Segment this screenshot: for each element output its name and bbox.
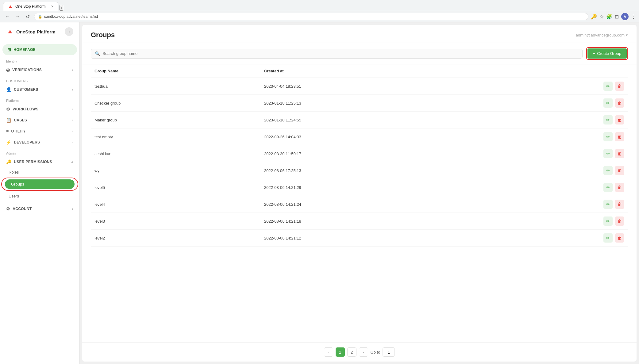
cases-icon: 📋 [6, 118, 11, 123]
sidebar-item-account[interactable]: ⚙ ACCOUNT › [0, 203, 79, 214]
groups-label: Groups [11, 182, 24, 186]
key-icon: 🔑 [591, 14, 597, 20]
sidebar-item-label: CUSTOMERS [14, 87, 38, 92]
app-container: 🔺 OneStop Platform ‹ ⊞ HOMEPAGE Identity… [0, 22, 639, 364]
section-admin: Admin [0, 148, 79, 156]
delete-button[interactable]: 🗑 [615, 200, 624, 209]
sidebar-item-developers[interactable]: ⚡ DEVELOPERS › [0, 137, 79, 148]
created-at-cell: 2022-09-26 14:04:03 [260, 128, 485, 145]
sidebar-item-workflows[interactable]: ⚙ WORKFLOWS › [0, 104, 79, 115]
sidebar-item-cases[interactable]: 📋 CASES › [0, 115, 79, 126]
table-row: level5 2022-08-06 14:21:29 ✏ 🗑 [91, 179, 628, 196]
create-btn-label: Create Group [597, 51, 621, 56]
browser-tab[interactable]: 🔺 One Stop Platform ✕ [3, 2, 58, 11]
table-row: test empty 2022-09-26 14:04:03 ✏ 🗑 [91, 128, 628, 145]
main-content: Groups admin@advancegroup.com ▾ 🔍 + Crea… [82, 25, 637, 362]
edit-button[interactable]: ✏ [603, 115, 613, 125]
tab-close-button[interactable]: ✕ [51, 5, 54, 9]
sidebar-item-label: ACCOUNT [13, 207, 32, 211]
lock-icon: 🔒 [38, 15, 42, 19]
actions-cell: ✏ 🗑 [485, 196, 628, 213]
group-name-cell: Maker group [91, 112, 260, 128]
back-button[interactable]: ← [3, 13, 12, 20]
users-label: Users [9, 194, 19, 198]
actions-cell: ✏ 🗑 [485, 179, 628, 196]
goto-input[interactable] [383, 347, 395, 357]
sidebar-collapse-button[interactable]: ‹ [65, 27, 73, 36]
edit-button[interactable]: ✏ [603, 132, 613, 141]
delete-button[interactable]: 🗑 [615, 115, 624, 125]
sidebar-item-verifications[interactable]: ◎ VERIFICATIONS › [0, 64, 79, 75]
sidebar-item-roles[interactable]: Roles [0, 167, 79, 177]
sidebar-item-groups[interactable]: Groups [5, 179, 75, 189]
sidebar-item-homepage[interactable]: ⊞ HOMEPAGE [2, 44, 77, 55]
edit-button[interactable]: ✏ [603, 82, 613, 91]
edit-button[interactable]: ✏ [603, 200, 613, 209]
page-2-button[interactable]: 2 [347, 347, 356, 357]
pagination: ‹ 1 2 › Go to [82, 342, 637, 362]
actions-cell: ✏ 🗑 [485, 145, 628, 162]
dropdown-icon: ▾ [626, 33, 628, 37]
chevron-right-icon: › [72, 140, 73, 144]
actions-cell: ✏ 🗑 [485, 95, 628, 112]
plus-icon: + [593, 51, 595, 56]
tab-favicon: 🔺 [8, 4, 13, 9]
edit-button[interactable]: ✏ [603, 233, 613, 243]
delete-button[interactable]: 🗑 [615, 132, 624, 141]
edit-button[interactable]: ✏ [603, 183, 613, 192]
menu-dots[interactable]: ⋮ [631, 14, 636, 20]
bookmark-icon[interactable]: ☆ [599, 14, 604, 20]
table-row: level4 2022-08-06 14:21:24 ✏ 🗑 [91, 196, 628, 213]
extension-icon[interactable]: 🧩 [606, 14, 612, 20]
new-tab-button[interactable]: + [60, 5, 63, 11]
delete-button[interactable]: 🗑 [615, 82, 624, 91]
edit-button[interactable]: ✏ [603, 98, 613, 108]
search-input[interactable] [102, 51, 579, 56]
next-page-button[interactable]: › [359, 347, 368, 357]
delete-button[interactable]: 🗑 [615, 233, 624, 243]
delete-button[interactable]: 🗑 [615, 149, 624, 158]
chevron-right-icon: › [72, 68, 73, 72]
table-row: wy 2022-08-06 17:25:13 ✏ 🗑 [91, 162, 628, 179]
tab-title: One Stop Platform [15, 4, 46, 9]
group-name-cell: level2 [91, 230, 260, 247]
roles-label: Roles [9, 170, 19, 174]
sidebar-item-label: HOMEPAGE [13, 48, 36, 52]
address-bar[interactable]: 🔒 sandbox-oop.advai.net/teams/list [34, 13, 588, 20]
sidebar-item-users[interactable]: Users [0, 191, 79, 201]
goto-label: Go to [371, 350, 380, 354]
search-box[interactable]: 🔍 [91, 49, 583, 59]
sidebar-item-customers[interactable]: 👤 CUSTOMERS › [0, 84, 79, 95]
col-group-name: Group Name [91, 64, 260, 78]
reload-button[interactable]: ↺ [24, 13, 32, 20]
prev-page-button[interactable]: ‹ [324, 347, 333, 357]
sidebar-item-utility[interactable]: ≡ UTILITY › [0, 126, 79, 137]
edit-button[interactable]: ✏ [603, 149, 613, 158]
user-avatar[interactable]: A [621, 13, 629, 20]
user-dropdown[interactable]: admin@advancegroup.com ▾ [576, 33, 628, 37]
table-row: testhua 2023-04-04 18:23:51 ✏ 🗑 [91, 78, 628, 95]
sidebar-item-user-permissions[interactable]: 🔑 USER PERMISSIONS ∧ [0, 156, 79, 167]
delete-button[interactable]: 🗑 [615, 98, 624, 108]
section-identity: Identity [0, 56, 79, 64]
sidebar-item-label: WORKFLOWS [13, 107, 38, 111]
delete-button[interactable]: 🗑 [615, 183, 624, 192]
delete-button[interactable]: 🗑 [615, 166, 624, 175]
create-group-button[interactable]: + Create Group [587, 48, 627, 59]
forward-button[interactable]: → [13, 13, 22, 20]
created-at-cell: 2023-01-18 11:24:55 [260, 112, 485, 128]
customers-icon: 👤 [6, 87, 11, 92]
table-row: Maker group 2023-01-18 11:24:55 ✏ 🗑 [91, 112, 628, 128]
actions-cell: ✏ 🗑 [485, 78, 628, 95]
edit-button[interactable]: ✏ [603, 166, 613, 175]
created-at-cell: 2022-08-30 11:50:17 [260, 145, 485, 162]
utility-icon: ≡ [6, 129, 9, 134]
table-row: Checker group 2023-01-18 11:25:13 ✏ 🗑 [91, 95, 628, 112]
logo-icon: 🔺 [6, 28, 14, 35]
edit-button[interactable]: ✏ [603, 216, 613, 226]
profile-icon[interactable]: ⊡ [615, 14, 619, 20]
page-1-button[interactable]: 1 [336, 347, 345, 357]
sidebar-item-label: USER PERMISSIONS [14, 160, 52, 164]
col-actions [485, 64, 628, 78]
delete-button[interactable]: 🗑 [615, 216, 624, 226]
